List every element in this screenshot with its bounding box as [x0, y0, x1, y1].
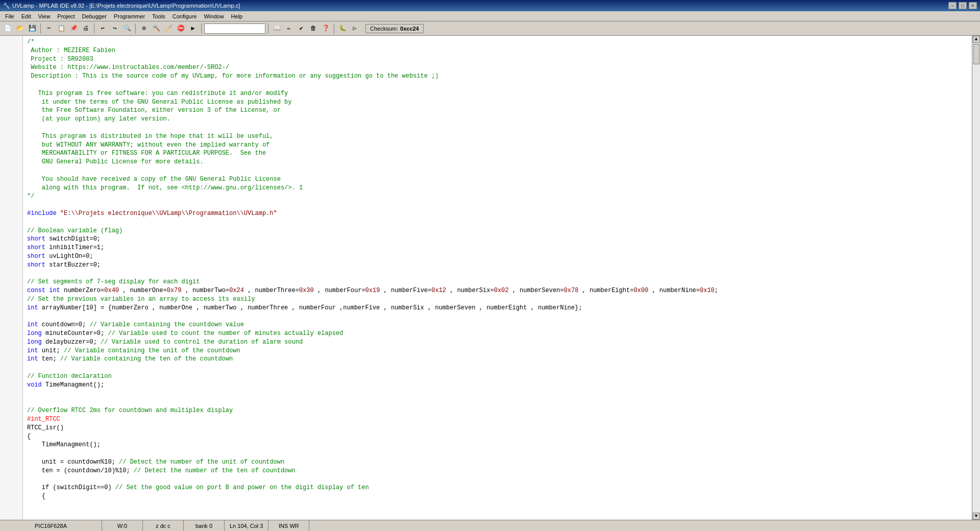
- menu-item-project[interactable]: Project: [54, 12, 78, 20]
- stop-build-button[interactable]: ⛔: [175, 23, 186, 34]
- scroll-up-button[interactable]: ▲: [973, 36, 980, 43]
- open-button[interactable]: 📂: [14, 23, 26, 34]
- gutter-line-53: [2, 484, 20, 492]
- gutter-line-3: [2, 55, 20, 64]
- cut-button[interactable]: ✂: [43, 23, 55, 34]
- code-line-54: {: [27, 492, 968, 501]
- gutter-line-8: [2, 98, 20, 107]
- verify-button[interactable]: ✔: [296, 23, 307, 34]
- code-line-41: void TimeManagment();: [27, 381, 968, 390]
- gutter-line-2: [2, 46, 20, 55]
- gutter-line-47: [2, 432, 20, 441]
- menu-item-file[interactable]: File: [2, 12, 17, 20]
- gutter-line-31: [2, 295, 20, 304]
- menu-item-debugger[interactable]: Debugger: [79, 12, 110, 20]
- build-all-button[interactable]: ⚙: [138, 23, 150, 34]
- menu-item-help[interactable]: Help: [228, 12, 246, 20]
- gutter-line-24: [2, 235, 20, 244]
- minimize-button[interactable]: −: [948, 2, 957, 9]
- print-button[interactable]: 🖨: [80, 23, 91, 34]
- title-bar: 🔧 UVLamp - MPLAB IDE v8.92 - [E:\Projets…: [0, 0, 980, 11]
- maximize-button[interactable]: □: [959, 2, 967, 9]
- gutter-line-50: [2, 458, 20, 467]
- gutter-line-5: [2, 72, 20, 81]
- search-button[interactable]: 🔍: [121, 23, 133, 34]
- help-button[interactable]: ❓: [320, 23, 331, 34]
- gutter-line-25: [2, 244, 20, 252]
- code-line-19: */: [27, 192, 968, 201]
- code-line-23: // Boolean variable (flag): [27, 227, 968, 235]
- code-line-52: [27, 475, 968, 484]
- code-line-38: int ten; // Variable containing the ten …: [27, 355, 968, 364]
- line-gutter: [0, 36, 23, 520]
- save-button[interactable]: 💾: [27, 23, 38, 34]
- undo-button[interactable]: ↩: [97, 23, 108, 34]
- programmer-input[interactable]: [204, 23, 265, 34]
- code-line-33: [27, 312, 968, 321]
- gutter-line-15: [2, 158, 20, 166]
- status-device: PIC16F628A: [0, 520, 102, 531]
- build-button[interactable]: 🔨: [151, 23, 162, 34]
- menu-item-configure[interactable]: Configure: [169, 12, 200, 20]
- code-line-3: Project : SR02003: [27, 55, 968, 64]
- status-bar: PIC16F628A W:0 z dc c bank 0 Ln 104, Col…: [0, 520, 980, 531]
- code-line-36: long delaybuzzer=0; // Variable used to …: [27, 338, 968, 347]
- copy-button[interactable]: 📋: [56, 23, 67, 34]
- gutter-line-43: [2, 398, 20, 406]
- toolbar-separator-5: [268, 23, 268, 34]
- program-button[interactable]: ▶: [187, 23, 199, 34]
- code-line-39: [27, 364, 968, 372]
- new-button[interactable]: 📄: [2, 23, 13, 34]
- gutter-line-42: [2, 390, 20, 398]
- code-line-18: along with this program. If not, see <ht…: [27, 184, 968, 192]
- menu-item-edit[interactable]: Edit: [18, 12, 34, 20]
- gutter-line-26: [2, 252, 20, 261]
- code-line-21: #include "E:\\Projets electronique\\UVLa…: [27, 209, 968, 218]
- code-line-12: This program is distributed in the hope …: [27, 132, 968, 141]
- paste-button[interactable]: 📌: [68, 23, 79, 34]
- gutter-line-22: [2, 218, 20, 227]
- code-line-9: the Free Software Foundation, either ver…: [27, 106, 968, 115]
- code-line-44: // Overflow RTCC 2ms for countdown and m…: [27, 406, 968, 415]
- code-line-53: if (switchDigit==0) // Set the good valu…: [27, 484, 968, 492]
- gutter-line-39: [2, 364, 20, 372]
- read-button[interactable]: 📖: [271, 23, 282, 34]
- code-line-47: {: [27, 432, 968, 441]
- redo-button[interactable]: ↪: [109, 23, 120, 34]
- debug-button[interactable]: 🐛: [337, 23, 348, 34]
- code-line-27: short startBuzzer=0;: [27, 261, 968, 270]
- toolbar-separator-6: [334, 23, 334, 34]
- gutter-line-21: [2, 209, 20, 218]
- status-position: Ln 104, Col 3: [225, 520, 268, 531]
- gutter-line-4: [2, 63, 20, 72]
- code-line-24: short switchDigit=0;: [27, 235, 968, 244]
- write-button[interactable]: ✏: [283, 23, 295, 34]
- clean-button[interactable]: 🧹: [163, 23, 174, 34]
- code-line-30: const int numberZero=0x40 , numberOne=0x…: [27, 286, 968, 295]
- close-button[interactable]: ×: [969, 2, 977, 9]
- gutter-line-14: [2, 149, 20, 158]
- menu-item-view[interactable]: View: [35, 12, 54, 20]
- scroll-track[interactable]: [972, 43, 980, 513]
- code-line-2: Author : MEZIERE Fabien: [27, 46, 968, 55]
- gutter-line-51: [2, 467, 20, 475]
- scroll-down-button[interactable]: ▼: [973, 513, 980, 520]
- scrollbar[interactable]: ▲ ▼: [972, 36, 980, 520]
- code-line-46: RTCC_isr(): [27, 424, 968, 432]
- menu-item-programmer[interactable]: Programmer: [111, 12, 148, 20]
- code-line-42: [27, 390, 968, 398]
- status-w: W:0: [102, 520, 143, 531]
- code-editor[interactable]: /* Author : MEZIERE Fabien Project : SR0…: [23, 36, 972, 520]
- code-content: /* Author : MEZIERE Fabien Project : SR0…: [23, 37, 972, 502]
- gutter-line-17: [2, 175, 20, 184]
- menu-item-tools[interactable]: Tools: [149, 12, 168, 20]
- code-line-32: int arrayNumber[10] = {numberZero , numb…: [27, 304, 968, 312]
- gutter-line-20: [2, 201, 20, 209]
- erase-button[interactable]: 🗑: [308, 23, 319, 34]
- menu-item-window[interactable]: Window: [201, 12, 227, 20]
- code-line-16: [27, 166, 968, 175]
- run-button[interactable]: ▷: [349, 23, 360, 34]
- status-bank: bank 0: [184, 520, 225, 531]
- gutter-line-54: [2, 492, 20, 501]
- scroll-thumb[interactable]: [973, 44, 979, 64]
